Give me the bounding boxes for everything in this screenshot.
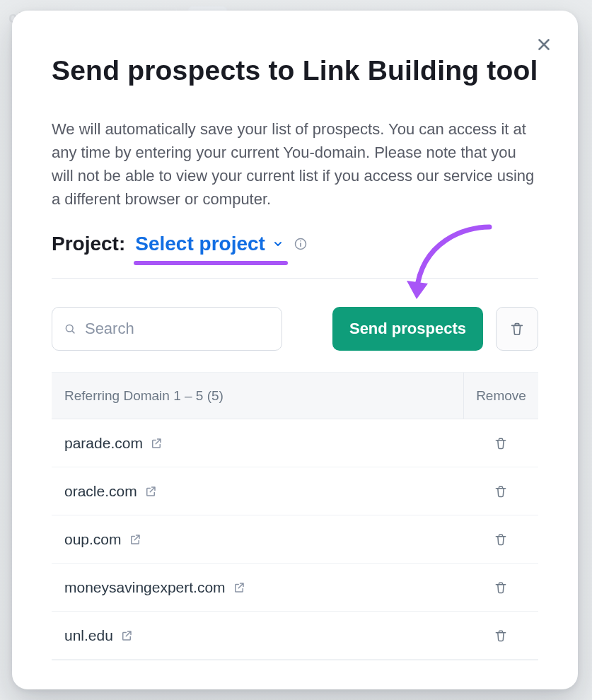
divider — [52, 278, 538, 279]
external-link-icon[interactable] — [120, 629, 133, 642]
svg-rect-1 — [300, 243, 301, 247]
info-icon — [294, 237, 308, 251]
trash-icon — [509, 321, 525, 337]
bulk-remove-button[interactable] — [496, 307, 538, 351]
svg-rect-2 — [300, 240, 301, 242]
remove-button[interactable] — [463, 484, 538, 498]
external-link-icon[interactable] — [144, 485, 157, 498]
project-row: Project: Select project — [52, 232, 538, 256]
domain-text: unl.edu — [64, 627, 113, 644]
remove-button[interactable] — [463, 629, 538, 643]
search-input[interactable] — [85, 320, 270, 338]
project-select-text: Select project — [135, 232, 265, 256]
actions-row: Send prospects — [52, 307, 538, 351]
modal-description: We will automatically save your list of … — [52, 117, 538, 211]
domain-text: oup.com — [64, 531, 122, 548]
th-remove: Remove — [463, 373, 538, 419]
table-header: Referring Domain 1 – 5 (5) Remove — [52, 373, 538, 419]
external-link-icon[interactable] — [129, 533, 141, 546]
table-row: oup.com — [52, 515, 538, 564]
close-button[interactable] — [530, 30, 558, 59]
project-info-button[interactable] — [294, 237, 308, 251]
svg-point-3 — [66, 325, 73, 332]
search-field[interactable] — [52, 307, 282, 351]
table-row: oracle.com — [52, 467, 538, 515]
cell-domain: moneysavingexpert.com — [52, 579, 463, 596]
project-select[interactable]: Select project — [135, 232, 284, 256]
domain-text: moneysavingexpert.com — [64, 579, 226, 596]
table-row: unl.edu — [52, 612, 538, 660]
send-prospects-button[interactable]: Send prospects — [332, 307, 483, 351]
table-row: moneysavingexpert.com — [52, 564, 538, 612]
annotation-underline — [134, 261, 288, 265]
prospects-table: Referring Domain 1 – 5 (5) Remove parade… — [52, 372, 538, 660]
project-label: Project: — [52, 232, 125, 256]
table-row: parade.com — [52, 419, 538, 467]
external-link-icon[interactable] — [233, 581, 245, 594]
external-link-icon[interactable] — [150, 437, 163, 450]
send-prospects-modal: Send prospects to Link Building tool We … — [12, 11, 578, 689]
remove-button[interactable] — [463, 436, 538, 450]
remove-button[interactable] — [463, 532, 538, 547]
domain-text: oracle.com — [64, 483, 137, 500]
cell-domain: oup.com — [52, 531, 463, 548]
chevron-down-icon — [272, 238, 284, 250]
th-domain: Referring Domain 1 – 5 (5) — [52, 388, 463, 404]
table-body: parade.comoracle.comoup.commoneysavingex… — [52, 419, 538, 660]
search-icon — [64, 322, 76, 336]
remove-button[interactable] — [463, 581, 538, 595]
close-icon — [535, 35, 553, 54]
cell-domain: oracle.com — [52, 483, 463, 500]
cell-domain: parade.com — [52, 435, 463, 452]
cell-domain: unl.edu — [52, 627, 463, 644]
domain-text: parade.com — [64, 435, 143, 452]
modal-title: Send prospects to Link Building tool — [52, 54, 538, 88]
